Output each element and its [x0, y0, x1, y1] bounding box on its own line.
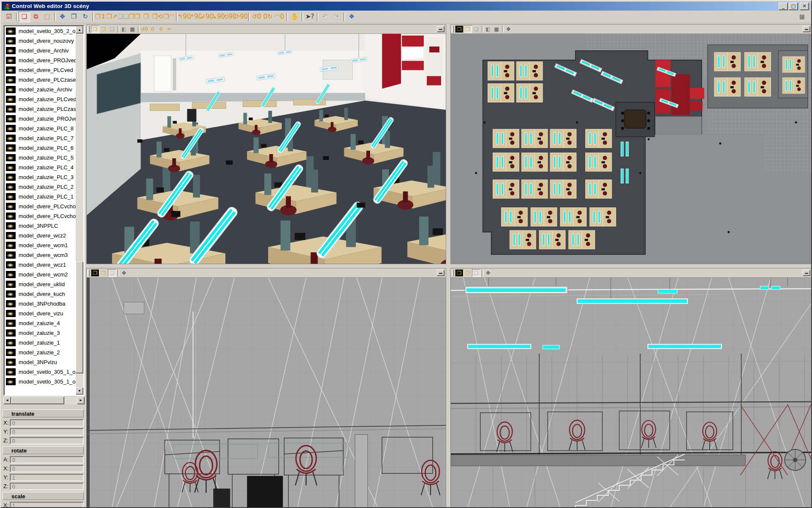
wireframe-view-button[interactable]: ❏ [472, 269, 480, 277]
list-horizontal-scrollbar[interactable]: ◄ ► [3, 397, 85, 404]
object-align-button[interactable]: ❒❒ [129, 11, 140, 22]
list-vertical-scrollbar[interactable]: ▲ ▼ [76, 26, 83, 395]
model-list-item[interactable]: model_svetlo_305_1_off [5, 367, 76, 377]
model-list-item[interactable]: model_3NPvizu [5, 357, 76, 367]
rotate-x-neg90-button[interactable]: ↱90 [190, 11, 201, 22]
model-list-item[interactable]: model_dvere_wcm2 [5, 270, 76, 279]
rotate-y-field[interactable]: 1 [10, 474, 84, 481]
toolbar-grip[interactable] [452, 26, 454, 33]
model-list-item[interactable]: model_dvere_uklid [5, 279, 76, 289]
shaded-view-button[interactable]: ❒ [91, 25, 99, 33]
wireframe-view-button[interactable]: ❏ [108, 25, 116, 33]
rotate-z-field[interactable]: 0 [10, 483, 84, 490]
object-move-xz-button[interactable]: ❒↗ [106, 11, 118, 22]
titlebar[interactable]: Control Web editor 3D scény _ □ ✕ [2, 2, 810, 11]
rotate-y-90-button[interactable]: ↲90 [201, 11, 213, 22]
camera-reset-c-button[interactable]: 0 [157, 25, 165, 33]
grid-toggle-button[interactable]: ▦ [128, 25, 137, 33]
viewport-maximize-button[interactable]: ▬ [803, 26, 810, 32]
model-list-item[interactable]: model_zaluzie_PLC_4 [5, 163, 76, 172]
scene-properties-button[interactable]: ❖ [346, 11, 357, 22]
model-list-item[interactable]: model_dvere_PLCved [5, 65, 76, 75]
front-wireframe-canvas[interactable] [87, 278, 446, 508]
rotate-z-90-button[interactable]: ⟲90 [224, 11, 236, 22]
object-align-wire-button[interactable]: ❏❏ [118, 11, 129, 22]
camera-move-tool[interactable]: ✥ [57, 11, 68, 22]
model-list-item[interactable]: model_zaluzie_PLC_2 [5, 182, 76, 192]
translate-y-field[interactable]: 0 [10, 428, 84, 436]
model-list-item[interactable]: model_dvere_wcm1 [5, 240, 76, 250]
camera-reset-b-button[interactable]: 0 [148, 25, 157, 33]
model-list-item[interactable]: model_zaluzie_4 [5, 318, 76, 328]
camera-zoom-tool[interactable]: ❐ [68, 11, 80, 22]
context-help-tool[interactable]: ➤? [304, 11, 315, 22]
model-list-item[interactable]: model_dvere_PLCvchod_ [5, 211, 76, 221]
smooth-shading-button[interactable]: ◧ [120, 25, 128, 33]
model-list-item[interactable]: model_zaluzie_PLCzased [5, 104, 76, 114]
scroll-left-button[interactable]: ◄ [3, 397, 11, 404]
reset-rotation-a-button[interactable]: ↺0 [251, 11, 262, 22]
plan-canvas[interactable] [451, 34, 812, 264]
minimize-button[interactable]: _ [779, 3, 788, 10]
pan-view-button[interactable]: ✥ [484, 269, 492, 277]
model-list-item[interactable]: model_zaluzie_2 [5, 348, 76, 357]
scroll-right-button[interactable]: ► [77, 397, 85, 404]
model-list-item[interactable]: model_zaluzie_PLC_6 [5, 143, 76, 153]
pan-view-button[interactable]: ✥ [504, 25, 513, 33]
object-drop-button[interactable]: ❒ [140, 11, 152, 22]
camera-reset-a-button[interactable]: ↺0 [140, 25, 148, 33]
model-list-item[interactable]: model_zaluzie_3 [5, 328, 76, 338]
wireframe-view-button[interactable]: ❏ [472, 25, 480, 33]
toolbar-grip[interactable] [88, 26, 90, 33]
rotate-a-field[interactable]: 0 [10, 456, 84, 464]
rotate-z-neg90-button[interactable]: ⟳90 [236, 11, 247, 22]
viewport-maximize-button[interactable]: ▬ [803, 270, 810, 276]
toolbar-grip[interactable] [88, 270, 90, 276]
rotate-y-neg90-button[interactable]: ↳90 [213, 11, 224, 22]
shaded-view-button[interactable]: ❒ [91, 269, 99, 277]
viewport-layout-button[interactable]: ⊞ [796, 11, 808, 22]
translate-z-field[interactable]: 0 [10, 437, 84, 444]
shaded-view-button[interactable]: ❒ [455, 25, 464, 33]
model-list-item[interactable]: model_dvere_vizu [5, 309, 76, 318]
confirm-exit-button[interactable]: ☑ [3, 11, 15, 22]
scroll-up-button[interactable]: ▲ [76, 26, 83, 33]
vertical-scroll-thumb[interactable] [76, 262, 83, 373]
model-list-item[interactable]: model_dvere_PROJved [5, 55, 76, 65]
model-list-item[interactable]: model_dvere_PLCvchod_ [5, 202, 76, 211]
model-list-item[interactable]: model_zaluzie_PLC_8 [5, 124, 76, 133]
object-rotate-pair-button[interactable]: ❒⟲ [152, 11, 163, 22]
model-list-item[interactable]: model_dvere_nouzovy [5, 36, 76, 46]
model-list-item[interactable]: model_svetlo_305_2_off [5, 26, 76, 36]
textured-view-button[interactable]: ❒ [99, 25, 108, 33]
model-list-item[interactable]: model_zaluzie_PLCved [5, 94, 76, 104]
select-object-tool[interactable]: ❏ [19, 11, 30, 22]
model-list-item[interactable]: model_dvere_wcz1 [5, 260, 76, 270]
camera-link-button[interactable]: ✂ [165, 25, 174, 33]
model-list-item[interactable]: model_dvere_kuch [5, 289, 76, 299]
model-list-item[interactable]: model_zaluzie_PLC_7 [5, 133, 76, 143]
pan-view-button[interactable]: ✥ [120, 269, 128, 277]
viewport-maximize-button[interactable]: ▬ [437, 26, 444, 32]
select-box-tool[interactable]: ▢ [41, 11, 53, 22]
rotate-x-field[interactable]: 0 [10, 465, 84, 472]
camera-rotate-tool[interactable]: ↻ [80, 11, 91, 22]
horizontal-scroll-thumb[interactable] [11, 397, 64, 404]
model-list-item[interactable]: model_zaluzie_Archiv [5, 85, 76, 94]
viewport-maximize-button[interactable]: ▬ [437, 270, 444, 276]
model-list-item[interactable]: model_dvere_Archiv [5, 46, 76, 55]
reset-rotation-c-button[interactable]: ◠0 [274, 11, 285, 22]
model-list-item[interactable]: model_3NPchodba [5, 299, 76, 309]
model-list-item[interactable]: model_zaluzie_PROJved [5, 114, 76, 124]
object-move-y-button[interactable]: ❒↕ [95, 11, 106, 22]
model-list-item[interactable]: model_dvere_wcz2 [5, 231, 76, 240]
model-list-item[interactable]: model_zaluzie_1 [5, 338, 76, 348]
wireframe-view-button[interactable]: ❏ [108, 269, 116, 277]
scale-x-field[interactable]: 1 [10, 502, 84, 508]
reset-rotation-b-button[interactable]: 0↻ [262, 11, 274, 22]
toolbar-grip[interactable] [452, 270, 454, 276]
elevation-wireframe-canvas[interactable] [451, 278, 812, 508]
model-list-item[interactable]: model_zaluzie_PLC_1 [5, 192, 76, 202]
rotate-x-90-button[interactable]: ↰90 [178, 11, 190, 22]
perspective-canvas[interactable] [87, 34, 446, 264]
